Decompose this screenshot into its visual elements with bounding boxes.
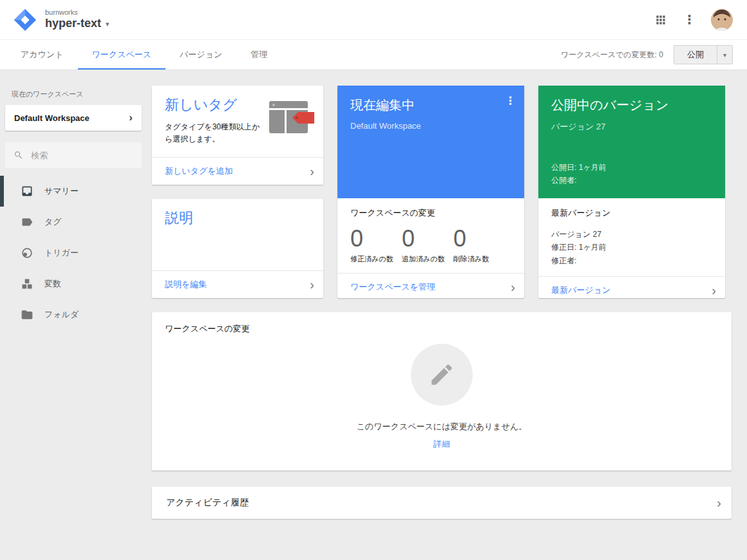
chevron-right-icon[interactable]: › <box>310 278 314 291</box>
app-header: burnworks hyper-text ▾ ⋮ <box>0 0 747 40</box>
activity-history-title: アクティビティ履歴 <box>166 497 717 509</box>
activity-history-card[interactable]: アクティビティ履歴 › <box>152 487 732 519</box>
sidebar-item-label: トリガー <box>44 247 79 259</box>
published-card-header: 公開中のバージョン バージョン 27 公開日: 1ヶ月前 公開者: <box>538 86 725 198</box>
tab-admin[interactable]: 管理 <box>236 40 281 70</box>
variable-icon <box>21 277 33 290</box>
account-name: burnworks <box>45 8 109 17</box>
no-changes-message: このワークスペースには変更がありません。 <box>357 421 527 433</box>
editing-card-header: 現在編集中 Default Workspace ⋮ <box>337 86 524 198</box>
published-footer: 最新バージョン › <box>538 276 725 304</box>
tab-versions[interactable]: バージョン <box>165 40 236 70</box>
chevron-right-icon: › <box>129 111 133 124</box>
sidebar-item-triggers[interactable]: トリガー <box>0 238 147 268</box>
more-vert-icon[interactable]: ⋮ <box>505 94 516 107</box>
stat-label: 修正済みの数 <box>350 254 402 264</box>
folder-icon <box>21 308 33 321</box>
sidebar-item-tags[interactable]: タグ <box>0 207 147 238</box>
trigger-icon <box>21 247 33 259</box>
caret-down-icon: ▾ <box>106 20 109 28</box>
tab-bar: アカウント ワークスペース バージョン 管理 ワークスペースでの変更数: 0 公… <box>0 40 747 70</box>
container-name: hyper-text <box>45 17 101 31</box>
sidebar-item-label: フォルダ <box>44 309 79 321</box>
modified-date: 修正日: 1ヶ月前 <box>551 241 712 254</box>
chevron-right-icon[interactable]: › <box>717 496 721 509</box>
description-title: 説明 <box>165 209 310 228</box>
sidebar-item-variables[interactable]: 変数 <box>0 268 147 299</box>
manage-workspace-link[interactable]: ワークスペースを管理 <box>350 281 511 293</box>
container-selector[interactable]: hyper-text ▾ <box>45 17 109 31</box>
sidebar-item-label: 変数 <box>44 278 61 290</box>
stat-modified: 0 修正済みの数 <box>350 224 402 264</box>
stat-label: 追加済みの数 <box>402 254 453 264</box>
stat-value: 0 <box>453 224 505 254</box>
chevron-right-icon[interactable]: › <box>310 165 314 178</box>
latest-version-meta: バージョン 27 修正日: 1ヶ月前 修正者: <box>551 228 712 267</box>
tab-account[interactable]: アカウント <box>6 40 78 70</box>
latest-version-link[interactable]: 最新バージョン <box>551 285 712 296</box>
current-workspace-label: 現在のワークスペース <box>12 89 142 99</box>
description-footer: 説明を編集 › <box>152 270 323 298</box>
new-tag-description: タグタイプを30種類以上から選択します。 <box>165 121 263 145</box>
search-box[interactable] <box>5 142 142 168</box>
pencil-circle <box>411 344 473 406</box>
editing-footer: ワークスペースを管理 › <box>337 273 524 301</box>
latest-version: バージョン 27 <box>551 228 712 241</box>
workspace-name: Default Workspace <box>14 113 129 123</box>
edit-description-link[interactable]: 説明を編集 <box>165 279 310 290</box>
latest-version-title: 最新バージョン <box>551 207 712 219</box>
workspace-changes-count: ワークスペースでの変更数: 0 <box>561 50 663 61</box>
tab-workspace[interactable]: ワークスペース <box>78 40 166 70</box>
workspace-changes-title: ワークスペースの変更 <box>350 207 511 219</box>
details-link[interactable]: 詳細 <box>433 438 450 450</box>
publish-button-label: 公開 <box>674 46 717 64</box>
summary-icon <box>21 185 33 198</box>
gtm-logo <box>13 8 37 32</box>
publish-caret-icon[interactable]: ▾ <box>717 46 732 64</box>
stat-value: 0 <box>350 224 402 254</box>
editing-workspace-name: Default Workspace <box>350 121 511 131</box>
description-card: 説明 説明を編集 › <box>152 199 323 298</box>
search-icon <box>14 149 23 161</box>
browser-tag-icon <box>268 98 316 136</box>
more-vert-icon[interactable]: ⋮ <box>683 12 695 27</box>
avatar[interactable] <box>711 9 733 31</box>
editing-title: 現在編集中 <box>350 97 511 114</box>
stat-value: 0 <box>402 224 453 254</box>
add-new-tag-link[interactable]: 新しいタグを追加 <box>165 165 310 177</box>
sidebar-item-summary[interactable]: サマリー <box>0 176 147 207</box>
stat-label: 削除済み数 <box>453 254 505 264</box>
stat-deleted: 0 削除済み数 <box>453 224 505 264</box>
chevron-right-icon[interactable]: › <box>712 284 716 297</box>
sidebar: 現在のワークスペース Default Workspace › サマリー タグ ト… <box>0 70 147 330</box>
workspace-changes-card-title: ワークスペースの変更 <box>165 323 250 335</box>
published-version: バージョン 27 <box>551 121 712 133</box>
workspace-changes-card: ワークスペースの変更 このワークスペースには変更がありません。 詳細 <box>152 312 732 471</box>
tag-icon <box>21 216 33 229</box>
workspace-selector[interactable]: Default Workspace › <box>5 105 142 131</box>
pencil-icon <box>428 361 455 388</box>
new-tag-footer: 新しいタグを追加 › <box>152 157 323 185</box>
published-date: 公開日: 1ヶ月前 <box>551 162 712 174</box>
publisher: 公開者: <box>551 174 712 187</box>
published-meta: 公開日: 1ヶ月前 公開者: <box>551 162 712 187</box>
publish-button[interactable]: 公開 ▾ <box>674 45 733 64</box>
new-tag-card: 新しいタグ タグタイプを30種類以上から選択します。 新しいタグを追加 <box>152 86 323 185</box>
sidebar-item-folders[interactable]: フォルダ <box>0 299 147 330</box>
search-input[interactable] <box>31 151 133 160</box>
chevron-right-icon[interactable]: › <box>511 281 515 294</box>
modifier: 修正者: <box>551 254 712 267</box>
changes-count-label: ワークスペースでの変更数: <box>561 50 657 59</box>
sidebar-item-label: サマリー <box>44 185 79 197</box>
editing-card: 現在編集中 Default Workspace ⋮ ワークスペースの変更 0 修… <box>337 86 524 298</box>
published-card: 公開中のバージョン バージョン 27 公開日: 1ヶ月前 公開者: 最新バージョ… <box>538 86 725 298</box>
stat-added: 0 追加済みの数 <box>402 224 453 264</box>
changes-stats: 0 修正済みの数 0 追加済みの数 0 削除済み数 <box>350 224 511 264</box>
changes-count-value: 0 <box>659 50 663 59</box>
apps-grid-icon[interactable] <box>654 13 668 27</box>
main-content: 新しいタグ タグタイプを30種類以上から選択します。 新しいタグを追加 <box>147 70 747 519</box>
published-title: 公開中のバージョン <box>551 97 712 114</box>
sidebar-item-label: タグ <box>44 216 62 228</box>
account-block: burnworks hyper-text ▾ <box>45 8 109 31</box>
sidebar-nav: サマリー タグ トリガー 変数 フォルダ <box>0 176 147 330</box>
